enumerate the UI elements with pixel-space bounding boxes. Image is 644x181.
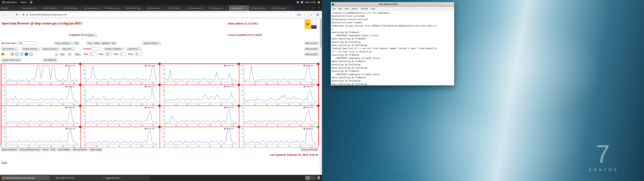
- overflow-menu-icon[interactable]: [309, 12, 314, 17]
- update-button[interactable]: Update: [93, 42, 100, 45]
- places-menu[interactable]: Places: [19, 0, 28, 4]
- browser-tab-5[interactable]: Lost activity me...×: [83, 5, 104, 11]
- terminal-menu-file[interactable]: File: [332, 8, 336, 10]
- spectrum-chart-aida02[interactable]: 05101520020406080100120aida02 Stat: [80, 64, 160, 85]
- browser-tab-4[interactable]: LED and Wave...×: [62, 5, 83, 11]
- close-button[interactable]: ×: [316, 4, 322, 11]
- terminal-titlebar[interactable]: AIDA MIDAS HTTPd − □ ×: [331, 2, 454, 7]
- trash-icon[interactable]: [318, 176, 320, 179]
- spectra-functions-dropdown[interactable]: Spectra functions: [142, 42, 161, 45]
- terminal-menu-help[interactable]: Help: [371, 8, 375, 10]
- enable-logging-button[interactable]: Enable Logging: [89, 148, 102, 151]
- tab-close-icon[interactable]: ×: [185, 7, 186, 9]
- terminal-menu-view[interactable]: View: [344, 8, 349, 10]
- ymax-input[interactable]: [135, 52, 142, 56]
- maximize-button[interactable]: □: [310, 4, 316, 11]
- ymin-input[interactable]: [120, 52, 126, 56]
- new-button[interactable]: new: [60, 52, 65, 56]
- minimize-button[interactable]: −: [305, 4, 310, 11]
- forward-button[interactable]: [8, 12, 13, 17]
- taskbar-window[interactable]: npg@carme-gsi:~: [100, 176, 149, 180]
- tags-fits-dropdown[interactable]: Tags & Fits: [61, 47, 75, 50]
- browser-tab-7[interactable]: GSI White Rab...×: [125, 5, 146, 11]
- terminal-minimize-button[interactable]: −: [442, 3, 446, 6]
- hamburger-menu-icon[interactable]: [315, 12, 320, 17]
- what-are-these-button-2[interactable]: What are these?: [304, 47, 319, 50]
- panel-clock[interactable]: Wed 14:56: [305, 1, 316, 4]
- browser-tab-13[interactable]: Statistics @ ca...×: [250, 5, 270, 11]
- lock-icon[interactable]: [26, 14, 28, 16]
- tab-close-icon[interactable]: ×: [39, 7, 40, 9]
- what-are-these-button-1[interactable]: What are these?: [304, 42, 319, 45]
- acquisition-server-select[interactable]: aida16: [87, 33, 97, 37]
- url-text[interactable]: localhost:8015/Spectrum/Spectrum.tml: [29, 14, 295, 16]
- zoom-out-icon[interactable]: [15, 52, 18, 56]
- tab-close-icon[interactable]: ×: [143, 7, 144, 9]
- tab-close-icon[interactable]: ×: [247, 7, 248, 9]
- tab-close-icon[interactable]: ×: [206, 7, 206, 9]
- browser-tab-11[interactable]: Temperature a...×: [208, 5, 229, 11]
- terminal-menu-search[interactable]: Search: [352, 8, 358, 10]
- reload-button[interactable]: Reload: [42, 148, 49, 151]
- applications-menu[interactable]: Applications: [1, 0, 19, 4]
- spectrum-chart-aida13[interactable]: 05101520020406080100120aida13 Stat: [1, 127, 80, 148]
- radiation-icon[interactable]: ☢: [1, 52, 4, 56]
- update-rate-dropdown[interactable]: Update Rate (8 secs): [1, 58, 20, 62]
- notification-icon[interactable]: [297, 1, 299, 3]
- tab-close-icon[interactable]: ×: [289, 7, 290, 9]
- tab-close-icon[interactable]: ×: [102, 7, 103, 9]
- spectrum-chart-aida04[interactable]: 05101520020406080100120aida04 Stat: [239, 64, 318, 85]
- zoom-in-icon[interactable]: [20, 52, 23, 56]
- browser-tab-2[interactable]: Experiment Co...×: [21, 5, 42, 11]
- show-button[interactable]: Show: [86, 42, 93, 45]
- terminal-output[interactable]: loading tcl/AIDARunControl.tcl for names…: [331, 11, 454, 85]
- taskbar-window[interactable]: Spectrum Browser @ carme-gsi...: [1, 176, 50, 180]
- select-spectrum-dropdown[interactable]: Select a spectrum: [54, 42, 72, 45]
- auto-update-button[interactable]: Auto Update ON: [43, 58, 57, 62]
- spectrum-chart-aida15[interactable]: 05101520020406080100120aida15 Stat: [160, 127, 239, 148]
- xmax-input[interactable]: [105, 52, 112, 56]
- marker-icon[interactable]: [29, 52, 33, 56]
- spectrum-name-input[interactable]: [18, 42, 37, 45]
- globe-icon[interactable]: [25, 52, 28, 56]
- reload-button[interactable]: [14, 12, 19, 17]
- spectrum-chart-aida08[interactable]: 05101520020406080100120aida08 Stat: [239, 85, 318, 106]
- spectrum-chart-aida10[interactable]: 05101520020406080100120aida10 Stat: [80, 106, 160, 127]
- all-button[interactable]: all: [68, 52, 72, 56]
- reset-button[interactable]: Reset: [50, 148, 56, 151]
- tab-close-icon[interactable]: ×: [18, 7, 20, 9]
- terminal-maximize-button[interactable]: □: [446, 3, 449, 6]
- how-to-use-button[interactable]: How to use this page: [301, 148, 318, 151]
- power-icon[interactable]: [318, 1, 320, 4]
- browser-tab-1[interactable]: AIDA×: [0, 5, 21, 11]
- browser-tab-10[interactable]: System wide C...×: [187, 5, 208, 11]
- spectrum-chart-aida03[interactable]: 05101520020406080100120aida03 Stat: [160, 64, 239, 85]
- scrollbar-thumb[interactable]: [320, 19, 322, 48]
- tab-close-icon[interactable]: ×: [60, 7, 61, 9]
- page-scrollbar[interactable]: [320, 18, 322, 175]
- back-button[interactable]: [2, 12, 7, 17]
- terminal-menu-terminal[interactable]: Terminal: [360, 8, 368, 10]
- browser-tab-14[interactable]: Run Control @...×: [270, 5, 291, 11]
- send-log-window-to-elog-button[interactable]: Send Log Window to ELog: [18, 148, 40, 151]
- spectrum-chart-aida01[interactable]: 05101520020406080100120aida01 Stat: [1, 64, 80, 85]
- browser-tab-9[interactable]: ASIC Control ...×: [166, 5, 187, 11]
- firefox-launcher[interactable]: [28, 0, 34, 4]
- shield-icon[interactable]: [22, 14, 25, 16]
- magnifier-icon[interactable]: [10, 52, 14, 56]
- arrange-functions-dropdown[interactable]: Arrange functions: [22, 47, 40, 50]
- spectrum-chart-aida06[interactable]: 05101520020406080100120aida06 Stat: [80, 85, 160, 106]
- terminal-menu-edit[interactable]: Edit: [338, 8, 342, 10]
- spectrum-chart-aida14[interactable]: 05101520020406080100120aida14 Stat: [80, 127, 160, 148]
- spectrum-chart-aida11[interactable]: 05101520020406080100120aida11 Stat: [160, 106, 239, 127]
- what-are-these-button-3[interactable]: What are these?: [304, 52, 319, 56]
- tab-close-icon[interactable]: ×: [268, 7, 269, 9]
- analysis-functions-dropdown[interactable]: Analysis functions: [42, 47, 59, 50]
- spectrum-chart-aida12[interactable]: 05101520020406080100120aida12 Stat: [239, 106, 318, 127]
- update-all-button[interactable]: Update All: [101, 42, 111, 45]
- display-icon[interactable]: [301, 1, 303, 3]
- bookmark-star-icon[interactable]: [304, 13, 306, 16]
- empty-log-window-button[interactable]: Empty Log Window: [1, 148, 18, 151]
- tab-close-icon[interactable]: ×: [164, 7, 165, 9]
- view-functions-dropdown[interactable]: View functions: [1, 47, 18, 50]
